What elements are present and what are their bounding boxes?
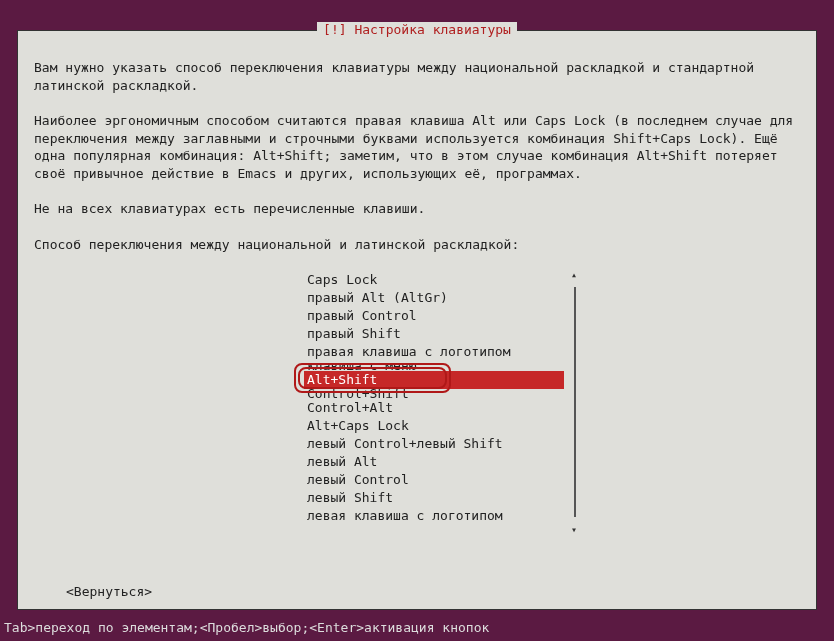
tab-key-label: Tab — [4, 620, 27, 635]
list-item-selected[interactable]: Alt+Shift — [304, 371, 564, 389]
title-wrap: [!] Настройка клавиатуры — [18, 22, 816, 37]
scrollbar[interactable]: ▴ ▾ — [570, 271, 580, 533]
tab-key-text: >переход по элементам; — [27, 620, 199, 635]
list-item[interactable]: левый Shift — [304, 489, 564, 507]
list-item[interactable]: Control+Alt — [304, 399, 564, 417]
list-item[interactable]: клавиша с меню — [304, 361, 564, 371]
list-item[interactable]: правый Alt (AltGr) — [304, 289, 564, 307]
list-item[interactable]: правая клавиша с логотипом — [304, 343, 564, 361]
list-item[interactable]: Alt+Caps Lock — [304, 417, 564, 435]
status-bar: Tab>переход по элементам; <Пробел>выбор;… — [0, 613, 834, 641]
paragraph-1: Вам нужно указать способ переключения кл… — [34, 59, 800, 94]
scroll-track — [574, 287, 576, 517]
paragraph-3: Не на всех клавиатурах есть перечисленны… — [34, 200, 800, 218]
space-key-label: <Пробел — [200, 620, 255, 635]
list-item[interactable]: Caps Lock — [304, 271, 564, 289]
scroll-up-icon[interactable]: ▴ — [571, 269, 577, 280]
list-item[interactable]: Control+Shift — [304, 389, 564, 399]
layout-switch-list: Caps Lock правый Alt (AltGr) правый Cont… — [304, 271, 564, 525]
enter-key-text: >активация кнопок — [356, 620, 489, 635]
list-item[interactable]: правый Shift — [304, 325, 564, 343]
list-item[interactable]: левый Control — [304, 471, 564, 489]
space-key-text: >выбор; — [254, 620, 309, 635]
scroll-down-icon[interactable]: ▾ — [571, 524, 577, 535]
prompt-label: Способ переключения между национальной и… — [34, 236, 800, 254]
keyboard-config-dialog: [!] Настройка клавиатуры Вам нужно указа… — [17, 30, 817, 610]
dialog-content: Вам нужно указать способ переключения кл… — [18, 31, 816, 535]
dialog-title: [!] Настройка клавиатуры — [317, 22, 517, 37]
list-item[interactable]: левая клавиша с логотипом — [304, 507, 564, 525]
list-item[interactable]: правый Control — [304, 307, 564, 325]
list-item[interactable]: левый Control+левый Shift — [304, 435, 564, 453]
paragraph-2: Наиболее эргономичным способом считаются… — [34, 112, 800, 182]
enter-key-label: <Enter — [309, 620, 356, 635]
list-item[interactable]: левый Alt — [304, 453, 564, 471]
back-button[interactable]: <Вернуться> — [66, 584, 152, 599]
